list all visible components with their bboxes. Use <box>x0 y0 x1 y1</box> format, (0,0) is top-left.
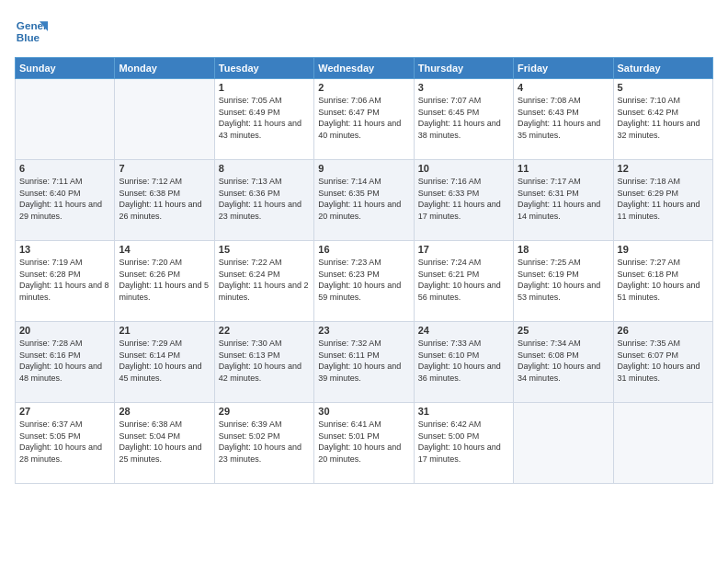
cal-cell: 28Sunrise: 6:38 AM Sunset: 5:04 PM Dayli… <box>115 403 214 484</box>
cal-cell: 21Sunrise: 7:29 AM Sunset: 6:14 PM Dayli… <box>115 322 214 403</box>
cell-info: Sunrise: 7:23 AM Sunset: 6:23 PM Dayligh… <box>318 257 409 303</box>
day-number: 30 <box>318 406 409 417</box>
day-number: 2 <box>318 82 409 93</box>
cal-cell: 3Sunrise: 7:07 AM Sunset: 6:45 PM Daylig… <box>414 79 513 160</box>
day-number: 26 <box>618 325 709 336</box>
cell-info: Sunrise: 7:24 AM Sunset: 6:21 PM Dayligh… <box>418 257 509 303</box>
cell-info: Sunrise: 6:37 AM Sunset: 5:05 PM Dayligh… <box>19 419 110 465</box>
cell-info: Sunrise: 7:35 AM Sunset: 6:07 PM Dayligh… <box>618 338 709 384</box>
day-header-monday: Monday <box>115 58 214 79</box>
day-number: 10 <box>418 163 509 174</box>
cal-cell: 13Sunrise: 7:19 AM Sunset: 6:28 PM Dayli… <box>16 241 115 322</box>
cell-info: Sunrise: 7:30 AM Sunset: 6:13 PM Dayligh… <box>219 338 310 384</box>
day-number: 22 <box>219 325 310 336</box>
cal-cell: 22Sunrise: 7:30 AM Sunset: 6:13 PM Dayli… <box>214 322 313 403</box>
day-number: 12 <box>618 163 709 174</box>
day-header-sunday: Sunday <box>16 58 115 79</box>
day-number: 3 <box>418 82 509 93</box>
day-number: 19 <box>618 244 709 255</box>
cal-cell: 24Sunrise: 7:33 AM Sunset: 6:10 PM Dayli… <box>414 322 513 403</box>
cell-info: Sunrise: 6:38 AM Sunset: 5:04 PM Dayligh… <box>119 419 210 465</box>
cal-cell <box>613 403 712 484</box>
cell-info: Sunrise: 7:28 AM Sunset: 6:16 PM Dayligh… <box>19 338 110 384</box>
cell-info: Sunrise: 7:25 AM Sunset: 6:19 PM Dayligh… <box>518 257 609 303</box>
cell-info: Sunrise: 7:29 AM Sunset: 6:14 PM Dayligh… <box>119 338 210 384</box>
cell-info: Sunrise: 6:41 AM Sunset: 5:01 PM Dayligh… <box>318 419 409 465</box>
day-header-tuesday: Tuesday <box>214 58 313 79</box>
day-number: 29 <box>219 406 310 417</box>
day-header-thursday: Thursday <box>414 58 513 79</box>
cal-cell <box>514 403 613 484</box>
day-number: 28 <box>119 406 210 417</box>
cell-info: Sunrise: 7:32 AM Sunset: 6:11 PM Dayligh… <box>318 338 409 384</box>
cal-cell: 15Sunrise: 7:22 AM Sunset: 6:24 PM Dayli… <box>214 241 313 322</box>
cell-info: Sunrise: 7:19 AM Sunset: 6:28 PM Dayligh… <box>19 257 110 303</box>
cell-info: Sunrise: 7:34 AM Sunset: 6:08 PM Dayligh… <box>518 338 609 384</box>
svg-text:Blue: Blue <box>17 31 40 43</box>
day-number: 16 <box>318 244 409 255</box>
week-row-5: 27Sunrise: 6:37 AM Sunset: 5:05 PM Dayli… <box>16 403 713 484</box>
day-number: 21 <box>119 325 210 336</box>
cal-cell: 8Sunrise: 7:13 AM Sunset: 6:36 PM Daylig… <box>214 160 313 241</box>
day-number: 11 <box>518 163 609 174</box>
logo: General Blue <box>15 15 48 48</box>
cal-cell: 11Sunrise: 7:17 AM Sunset: 6:31 PM Dayli… <box>514 160 613 241</box>
day-number: 20 <box>19 325 110 336</box>
cell-info: Sunrise: 7:13 AM Sunset: 6:36 PM Dayligh… <box>219 176 310 222</box>
day-number: 4 <box>518 82 609 93</box>
cell-info: Sunrise: 7:22 AM Sunset: 6:24 PM Dayligh… <box>219 257 310 303</box>
cell-info: Sunrise: 7:05 AM Sunset: 6:49 PM Dayligh… <box>219 95 310 141</box>
page-header: General Blue <box>15 15 713 48</box>
day-number: 23 <box>318 325 409 336</box>
day-header-friday: Friday <box>514 58 613 79</box>
header-row: SundayMondayTuesdayWednesdayThursdayFrid… <box>16 58 713 79</box>
day-number: 8 <box>219 163 310 174</box>
cal-cell: 19Sunrise: 7:27 AM Sunset: 6:18 PM Dayli… <box>613 241 712 322</box>
cal-cell: 2Sunrise: 7:06 AM Sunset: 6:47 PM Daylig… <box>314 79 414 160</box>
cell-info: Sunrise: 7:27 AM Sunset: 6:18 PM Dayligh… <box>618 257 709 303</box>
week-row-4: 20Sunrise: 7:28 AM Sunset: 6:16 PM Dayli… <box>16 322 713 403</box>
cal-cell: 5Sunrise: 7:10 AM Sunset: 6:42 PM Daylig… <box>613 79 712 160</box>
cal-cell: 26Sunrise: 7:35 AM Sunset: 6:07 PM Dayli… <box>613 322 712 403</box>
cal-cell: 14Sunrise: 7:20 AM Sunset: 6:26 PM Dayli… <box>115 241 214 322</box>
cal-cell: 30Sunrise: 6:41 AM Sunset: 5:01 PM Dayli… <box>314 403 414 484</box>
cal-cell: 29Sunrise: 6:39 AM Sunset: 5:02 PM Dayli… <box>214 403 313 484</box>
day-number: 1 <box>219 82 310 93</box>
cal-cell: 17Sunrise: 7:24 AM Sunset: 6:21 PM Dayli… <box>414 241 513 322</box>
cell-info: Sunrise: 6:39 AM Sunset: 5:02 PM Dayligh… <box>219 419 310 465</box>
day-number: 9 <box>318 163 409 174</box>
cell-info: Sunrise: 6:42 AM Sunset: 5:00 PM Dayligh… <box>418 419 509 465</box>
cal-cell: 31Sunrise: 6:42 AM Sunset: 5:00 PM Dayli… <box>414 403 513 484</box>
day-number: 14 <box>119 244 210 255</box>
cell-info: Sunrise: 7:20 AM Sunset: 6:26 PM Dayligh… <box>119 257 210 303</box>
cal-cell: 9Sunrise: 7:14 AM Sunset: 6:35 PM Daylig… <box>314 160 414 241</box>
cal-cell: 20Sunrise: 7:28 AM Sunset: 6:16 PM Dayli… <box>16 322 115 403</box>
cell-info: Sunrise: 7:07 AM Sunset: 6:45 PM Dayligh… <box>418 95 509 141</box>
cell-info: Sunrise: 7:10 AM Sunset: 6:42 PM Dayligh… <box>618 95 709 141</box>
day-number: 25 <box>518 325 609 336</box>
day-number: 5 <box>618 82 709 93</box>
day-number: 6 <box>19 163 110 174</box>
cell-info: Sunrise: 7:06 AM Sunset: 6:47 PM Dayligh… <box>318 95 409 141</box>
cal-cell: 16Sunrise: 7:23 AM Sunset: 6:23 PM Dayli… <box>314 241 414 322</box>
day-number: 15 <box>219 244 310 255</box>
cal-cell: 18Sunrise: 7:25 AM Sunset: 6:19 PM Dayli… <box>514 241 613 322</box>
cell-info: Sunrise: 7:18 AM Sunset: 6:29 PM Dayligh… <box>618 176 709 222</box>
day-header-wednesday: Wednesday <box>314 58 414 79</box>
cal-cell: 7Sunrise: 7:12 AM Sunset: 6:38 PM Daylig… <box>115 160 214 241</box>
cal-cell: 27Sunrise: 6:37 AM Sunset: 5:05 PM Dayli… <box>16 403 115 484</box>
day-number: 31 <box>418 406 509 417</box>
calendar-table: SundayMondayTuesdayWednesdayThursdayFrid… <box>15 57 713 484</box>
cal-cell: 6Sunrise: 7:11 AM Sunset: 6:40 PM Daylig… <box>16 160 115 241</box>
day-number: 24 <box>418 325 509 336</box>
cal-cell: 4Sunrise: 7:08 AM Sunset: 6:43 PM Daylig… <box>514 79 613 160</box>
cell-info: Sunrise: 7:12 AM Sunset: 6:38 PM Dayligh… <box>119 176 210 222</box>
cal-cell: 10Sunrise: 7:16 AM Sunset: 6:33 PM Dayli… <box>414 160 513 241</box>
day-header-saturday: Saturday <box>613 58 712 79</box>
cell-info: Sunrise: 7:14 AM Sunset: 6:35 PM Dayligh… <box>318 176 409 222</box>
day-number: 27 <box>19 406 110 417</box>
cal-cell: 23Sunrise: 7:32 AM Sunset: 6:11 PM Dayli… <box>314 322 414 403</box>
week-row-2: 6Sunrise: 7:11 AM Sunset: 6:40 PM Daylig… <box>16 160 713 241</box>
cal-cell: 1Sunrise: 7:05 AM Sunset: 6:49 PM Daylig… <box>214 79 313 160</box>
day-number: 7 <box>119 163 210 174</box>
